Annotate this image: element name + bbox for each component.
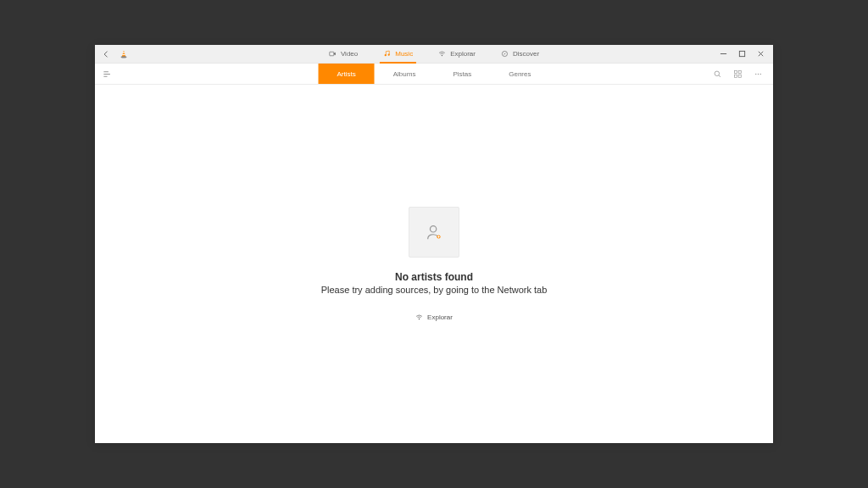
- svg-point-5: [388, 54, 390, 56]
- subtab-albums[interactable]: Albums: [375, 64, 435, 84]
- svg-point-21: [755, 73, 756, 74]
- titlebar-left: [98, 47, 129, 62]
- svg-line-16: [718, 75, 720, 76]
- minimize-button[interactable]: [719, 50, 727, 58]
- subtab-pistas-label: Pistas: [453, 70, 471, 78]
- tab-discover[interactable]: Discover: [499, 45, 541, 63]
- subnav: Artists Albums Pistas Genres: [95, 64, 773, 85]
- subtab-albums-label: Albums: [393, 70, 416, 78]
- content-area: No artists found Please try adding sourc…: [95, 85, 773, 443]
- tab-video[interactable]: Video: [327, 45, 359, 63]
- svg-rect-1: [122, 54, 125, 55]
- svg-rect-20: [738, 75, 741, 77]
- more-button[interactable]: [753, 69, 763, 79]
- wifi-icon: [438, 50, 446, 58]
- svg-point-15: [715, 71, 720, 76]
- tab-explorar[interactable]: Explorar: [437, 45, 477, 63]
- empty-artist-card: [409, 207, 459, 258]
- empty-title: No artists found: [395, 271, 473, 283]
- back-button[interactable]: [98, 47, 114, 62]
- compass-icon: [501, 50, 509, 58]
- svg-point-2: [121, 56, 127, 58]
- explore-button-label: Explorar: [427, 313, 453, 321]
- music-icon: [383, 50, 391, 58]
- tab-music-label: Music: [395, 50, 413, 58]
- subtab-pistas[interactable]: Pistas: [434, 64, 490, 84]
- grid-view-button[interactable]: [732, 69, 743, 79]
- menu-button[interactable]: [95, 64, 119, 84]
- tab-explorar-label: Explorar: [450, 50, 476, 58]
- subtab-artists[interactable]: Artists: [319, 64, 375, 84]
- subtab-genres[interactable]: Genres: [490, 64, 549, 84]
- top-nav: Video Music Explorar Discover: [327, 45, 541, 63]
- subtab-genres-label: Genres: [509, 70, 531, 78]
- svg-point-24: [430, 226, 436, 232]
- subnav-right: [712, 64, 773, 84]
- window-controls: [719, 50, 770, 58]
- app-window: Video Music Explorar Discover: [95, 45, 773, 443]
- svg-rect-17: [734, 70, 737, 73]
- svg-point-23: [760, 73, 760, 74]
- close-button[interactable]: [756, 50, 765, 58]
- video-icon: [329, 50, 337, 58]
- maximize-button[interactable]: [737, 50, 746, 58]
- person-icon: [425, 223, 443, 241]
- svg-rect-0: [123, 52, 125, 53]
- tab-discover-label: Discover: [513, 50, 539, 58]
- svg-rect-3: [330, 52, 334, 56]
- wifi-icon: [415, 313, 423, 321]
- vlc-logo-icon: [119, 49, 129, 59]
- svg-rect-19: [734, 75, 737, 77]
- svg-rect-9: [739, 51, 744, 56]
- svg-rect-18: [738, 70, 741, 73]
- sub-tabs: Artists Albums Pistas Genres: [319, 64, 550, 84]
- explore-button[interactable]: Explorar: [415, 313, 453, 321]
- tab-video-label: Video: [341, 50, 358, 58]
- svg-point-28: [419, 319, 420, 319]
- svg-point-22: [757, 73, 758, 74]
- tab-music[interactable]: Music: [381, 45, 415, 63]
- titlebar: Video Music Explorar Discover: [95, 45, 773, 64]
- svg-point-6: [442, 55, 442, 56]
- empty-subtitle: Please try adding sources, by going to t…: [321, 285, 548, 295]
- search-button[interactable]: [712, 69, 722, 79]
- subtab-artists-label: Artists: [337, 70, 356, 78]
